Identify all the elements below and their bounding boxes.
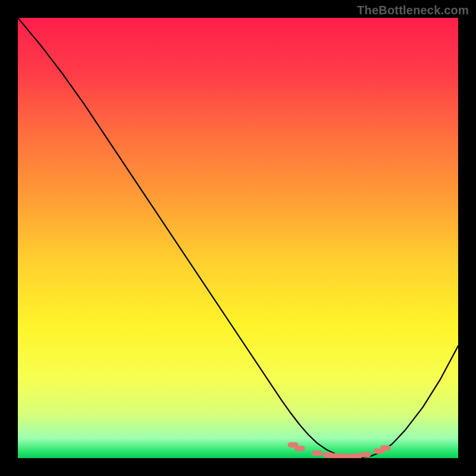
optimal-marker — [295, 446, 305, 451]
optimal-marker — [380, 445, 391, 450]
optimal-marker — [312, 450, 322, 456]
gradient-background — [18, 18, 458, 458]
chart-svg — [18, 18, 458, 458]
plot-area — [18, 18, 458, 458]
watermark-text: TheBottleneck.com — [357, 4, 469, 17]
chart-frame: TheBottleneck.com — [0, 0, 476, 476]
optimal-marker — [361, 452, 371, 458]
